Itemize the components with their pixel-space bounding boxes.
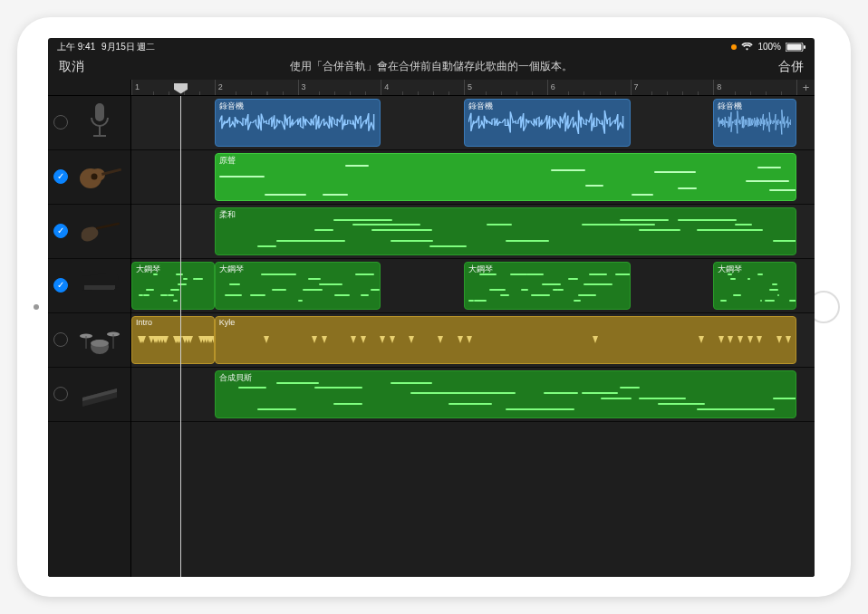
ruler-marker[interactable]: 3: [298, 80, 381, 95]
track-lane[interactable]: 錄音機錄音機錄音機: [131, 96, 815, 150]
recording-indicator-icon: [731, 44, 737, 50]
svg-point-8: [91, 174, 97, 180]
nav-title: 使用「合併音軌」會在合併前自動儲存此歌曲的一個版本。: [290, 59, 573, 74]
region-label: 柔和: [219, 209, 236, 221]
merge-button[interactable]: 合併: [778, 59, 804, 75]
track-header-piano[interactable]: [48, 259, 130, 313]
lanes: 錄音機錄音機錄音機原聲柔和大鋼琴大鋼琴大鋼琴大鋼琴IntroKyle合成貝斯: [131, 96, 815, 577]
midi-notes: [718, 273, 792, 305]
status-bar: 上午 9:41 9月15日 週二 100%: [48, 38, 815, 54]
region-label: 大鋼琴: [718, 264, 742, 275]
midi-notes: [219, 219, 792, 251]
region-label: 大鋼琴: [136, 264, 160, 275]
synth-icon: [73, 368, 125, 421]
battery-icon: [786, 43, 805, 52]
acoustic-guitar-icon: [73, 150, 125, 204]
region-label: 錄音機: [219, 101, 244, 112]
track-select-circle[interactable]: [53, 278, 68, 293]
region[interactable]: 大鋼琴: [464, 262, 631, 310]
track-lane[interactable]: IntroKyle: [131, 313, 815, 368]
track-select-circle[interactable]: [53, 115, 68, 130]
cancel-button[interactable]: 取消: [59, 59, 84, 75]
midi-notes: [219, 165, 792, 197]
wifi-icon: [741, 43, 753, 51]
bass-guitar-icon: [73, 205, 125, 258]
midi-notes: [468, 273, 626, 305]
region-label: 錄音機: [718, 101, 742, 112]
midi-notes: [219, 382, 792, 414]
track-select-circle[interactable]: [53, 387, 68, 401]
track-headers: [48, 80, 131, 577]
track-header-drums[interactable]: [48, 313, 130, 368]
ruler[interactable]: 1 2 3 4 5 6 7 8 +: [131, 80, 815, 96]
ruler-marker[interactable]: 5: [464, 80, 547, 95]
region-label: Intro: [136, 318, 152, 327]
track-lane[interactable]: 合成貝斯: [131, 368, 815, 422]
ruler-marker[interactable]: 7: [631, 80, 714, 95]
status-right: 100%: [731, 42, 805, 52]
track-select-circle[interactable]: [53, 169, 68, 184]
piano-icon: [73, 259, 125, 312]
midi-notes: [136, 273, 210, 305]
svg-rect-2: [804, 45, 805, 49]
track-header-mic[interactable]: [48, 96, 130, 150]
ruler-marker[interactable]: 4: [381, 80, 464, 95]
ruler-spacer: [48, 80, 130, 96]
region-label: Kyle: [219, 318, 236, 327]
region[interactable]: Intro: [131, 316, 215, 364]
nav-bar: 取消 使用「合併音軌」會在合併前自動儲存此歌曲的一個版本。 合併: [48, 54, 815, 80]
ruler-marker[interactable]: 2: [215, 80, 298, 95]
svg-rect-3: [95, 103, 104, 121]
region[interactable]: 錄音機: [713, 99, 796, 147]
region-label: 原聲: [219, 155, 236, 167]
camera-dot: [34, 304, 39, 310]
track-lane[interactable]: 原聲: [131, 150, 815, 205]
region[interactable]: 大鋼琴: [131, 262, 215, 310]
track-header-synth[interactable]: [48, 368, 130, 422]
track-lane[interactable]: 柔和: [131, 205, 815, 259]
status-time: 上午 9:41: [57, 42, 95, 52]
region-label: 錄音機: [468, 101, 493, 112]
svg-point-15: [91, 340, 109, 347]
region-label: 合成貝斯: [219, 372, 252, 384]
region[interactable]: Kyle: [215, 316, 796, 364]
battery-percent: 100%: [757, 42, 781, 52]
region[interactable]: 柔和: [215, 207, 796, 255]
region[interactable]: 大鋼琴: [215, 262, 381, 310]
microphone-icon: [73, 96, 125, 149]
track-select-circle[interactable]: [53, 332, 68, 347]
region[interactable]: 錄音機: [464, 99, 631, 147]
svg-rect-1: [787, 43, 802, 50]
region[interactable]: 原聲: [215, 153, 796, 201]
ruler-marker[interactable]: 1: [131, 80, 215, 95]
track-select-circle[interactable]: [53, 224, 68, 238]
ipad-frame: 上午 9:41 9月15日 週二 100% 取消 使用「合併音軌」會在合併前自動…: [17, 17, 851, 597]
add-section-button[interactable]: +: [796, 80, 815, 95]
drum-pattern: [216, 317, 796, 363]
timeline[interactable]: 1 2 3 4 5 6 7 8 + 錄音機錄音機錄音機原聲柔和大鋼琴大鋼琴大鋼琴…: [131, 80, 815, 577]
svg-rect-11: [84, 285, 115, 290]
region[interactable]: 大鋼琴: [713, 262, 796, 310]
ruler-marker[interactable]: 6: [547, 80, 631, 95]
midi-notes: [219, 273, 377, 305]
drums-icon: [73, 313, 125, 367]
svg-rect-10: [96, 223, 120, 230]
region-label: 大鋼琴: [468, 264, 493, 275]
track-header-acoustic-guitar[interactable]: [48, 150, 130, 205]
track-header-bass-guitar[interactable]: [48, 205, 130, 259]
track-lane[interactable]: 大鋼琴大鋼琴大鋼琴大鋼琴: [131, 259, 815, 313]
workspace: 1 2 3 4 5 6 7 8 + 錄音機錄音機錄音機原聲柔和大鋼琴大鋼琴大鋼琴…: [48, 80, 815, 577]
status-date: 9月15日 週二: [101, 42, 155, 52]
region-label: 大鋼琴: [219, 264, 244, 275]
region[interactable]: 合成貝斯: [215, 370, 796, 418]
ruler-marker[interactable]: 8: [713, 80, 796, 95]
app-screen: 上午 9:41 9月15日 週二 100% 取消 使用「合併音軌」會在合併前自動…: [48, 38, 815, 577]
svg-rect-9: [101, 168, 121, 176]
status-left: 上午 9:41 9月15日 週二: [57, 41, 156, 53]
region[interactable]: 錄音機: [215, 99, 381, 147]
playhead[interactable]: [180, 96, 181, 577]
